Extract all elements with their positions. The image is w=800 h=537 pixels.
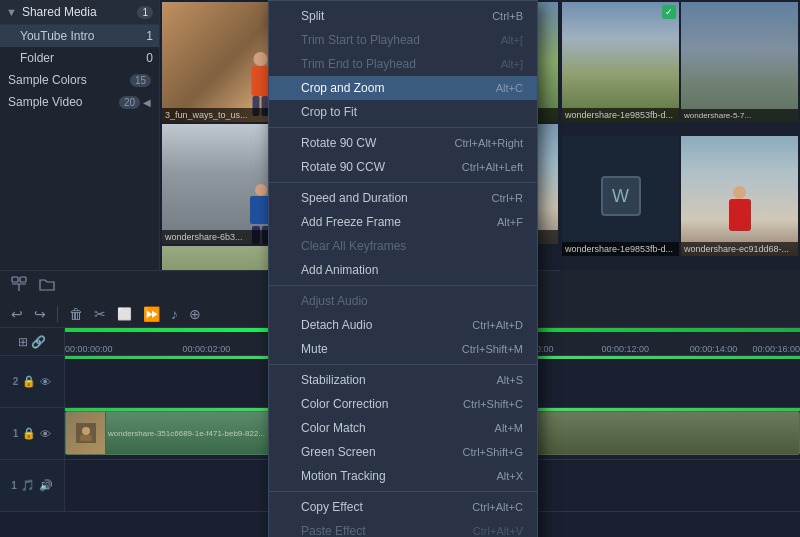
ctx-item-detach-audio[interactable]: Detach AudioCtrl+Alt+D <box>269 313 537 337</box>
track-label-2: 2 🔒 👁 <box>0 356 65 407</box>
ctx-item-label: Color Match <box>301 421 495 435</box>
ruler-time-7: 00:00:16:00 <box>752 344 800 354</box>
eye-icon-2[interactable]: 👁 <box>40 376 51 388</box>
sidebar-item-youtube-count: 1 <box>146 29 153 43</box>
ctx-item-speed-and-duration[interactable]: Speed and DurationCtrl+R <box>269 186 537 210</box>
audio-icon[interactable]: ♪ <box>168 304 181 324</box>
ctx-shortcut-10: Alt+F <box>497 216 523 228</box>
track-num-2: 2 <box>13 376 19 387</box>
right-thumb-4-label: wondershare-ec91dd68-... <box>681 242 798 256</box>
ctx-shortcut-3: Alt+C <box>496 82 523 94</box>
volume-icon[interactable]: 🔊 <box>39 479 53 492</box>
sidebar-header: ▼ Shared Media 1 <box>0 0 159 25</box>
clip-1-label: wondershare-351c6689-1e-f471-beb9-822... <box>106 427 267 440</box>
ctx-item-label: Add Animation <box>301 263 523 277</box>
eye-icon-1[interactable]: 👁 <box>40 428 51 440</box>
right-thumb-2[interactable]: wondershare-5-7... <box>681 2 798 122</box>
ctx-item-trim-end-to-playhead: Trim End to PlayheadAlt+] <box>269 52 537 76</box>
ctx-item-label: Paste Effect <box>301 524 473 537</box>
ctx-item-label: Color Correction <box>301 397 463 411</box>
ctx-item-crop-to-fit[interactable]: Crop to Fit <box>269 100 537 124</box>
svg-rect-1 <box>20 277 26 282</box>
track-num-audio: 1 <box>11 480 17 491</box>
export-icon[interactable]: ⊕ <box>186 304 204 324</box>
ruler-time-0: 00:00:00:00 <box>65 344 113 354</box>
ctx-item-green-screen[interactable]: Green ScreenCtrl+Shift+G <box>269 440 537 464</box>
ruler-time-5: 00:00:12:00 <box>602 344 650 354</box>
sidebar-item-folder[interactable]: Folder 0 <box>0 47 159 69</box>
ctx-item-paste-effect: Paste EffectCtrl+Alt+V <box>269 519 537 537</box>
thumb-check-icon: ✓ <box>662 5 676 19</box>
right-thumb-1-label: wondershare-1e9853fb-d... <box>562 108 679 122</box>
sidebar-item-video-label: Sample Video <box>8 95 83 109</box>
ctx-item-copy-effect[interactable]: Copy EffectCtrl+Alt+C <box>269 495 537 519</box>
ctx-item-adjust-audio: Adjust Audio <box>269 289 537 313</box>
add-media-icon[interactable] <box>8 274 30 297</box>
toolbar-sep-1 <box>57 306 58 322</box>
ctx-item-label: Trim End to Playhead <box>301 57 501 71</box>
link-icon[interactable]: 🔗 <box>31 335 46 349</box>
sidebar-item-colors[interactable]: Sample Colors 15 <box>0 69 159 91</box>
ctx-item-motion-tracking[interactable]: Motion TrackingAlt+X <box>269 464 537 488</box>
ctx-item-label: Crop to Fit <box>301 105 523 119</box>
ctx-shortcut-9: Ctrl+R <box>492 192 523 204</box>
ruler-time-1: 00:00:02:00 <box>183 344 231 354</box>
sidebar-item-youtube[interactable]: YouTube Intro 1 <box>0 25 159 47</box>
lock-icon-2[interactable]: 🔒 <box>22 375 36 388</box>
right-thumb-3[interactable]: W wondershare-1e9853fb-d... <box>562 136 679 256</box>
right-thumb-4[interactable]: wondershare-ec91dd68-... <box>681 136 798 256</box>
ctx-item-label: Split <box>301 9 492 23</box>
sidebar-title-count: 1 <box>137 6 153 19</box>
right-thumb-1[interactable]: ✓ wondershare-1e9853fb-d... <box>562 2 679 122</box>
ctx-shortcut-7: Ctrl+Alt+Left <box>462 161 523 173</box>
snap-icon[interactable]: ⊞ <box>18 335 28 349</box>
ctx-sep-5 <box>269 127 537 128</box>
track-num-1: 1 <box>13 428 19 439</box>
ctx-item-label: Trim Start to Playhead <box>301 33 501 47</box>
crop-icon[interactable]: ⬜ <box>114 305 135 323</box>
ctx-item-color-match[interactable]: Color MatchAlt+M <box>269 416 537 440</box>
ctx-item-trim-start-to-playhead: Trim Start to PlayheadAlt+[ <box>269 28 537 52</box>
ctx-item-clear-all-keyframes: Clear All Keyframes <box>269 234 537 258</box>
lock-icon-1[interactable]: 🔒 <box>22 427 36 440</box>
ctx-item-rotate-90-cw[interactable]: Rotate 90 CWCtrl+Alt+Right <box>269 131 537 155</box>
ctx-shortcut-20: Alt+M <box>495 422 523 434</box>
undo-icon[interactable]: ↩ <box>8 304 26 324</box>
ctx-item-color-correction[interactable]: Color CorrectionCtrl+Shift+C <box>269 392 537 416</box>
redo-icon[interactable]: ↪ <box>31 304 49 324</box>
music-icon[interactable]: 🎵 <box>21 479 35 492</box>
ctx-item-label: Speed and Duration <box>301 191 492 205</box>
ctx-shortcut-15: Ctrl+Alt+D <box>472 319 523 331</box>
ctx-item-label: Clear All Keyframes <box>301 239 523 253</box>
ctx-item-label: Green Screen <box>301 445 462 459</box>
ctx-shortcut-6: Ctrl+Alt+Right <box>455 137 523 149</box>
ctx-item-label: Mute <box>301 342 462 356</box>
ctx-item-add-animation[interactable]: Add Animation <box>269 258 537 282</box>
clip-thumb-1 <box>66 412 106 454</box>
ctx-item-add-freeze-frame[interactable]: Add Freeze FrameAlt+F <box>269 210 537 234</box>
svg-rect-4 <box>80 435 92 441</box>
ctx-sep-23 <box>269 491 537 492</box>
ctx-item-label: Motion Tracking <box>301 469 496 483</box>
ctx-item-label: Adjust Audio <box>301 294 523 308</box>
sidebar-item-youtube-label: YouTube Intro <box>20 29 95 43</box>
folder-icon[interactable] <box>36 274 58 297</box>
ctx-item-rotate-90-ccw[interactable]: Rotate 90 CCWCtrl+Alt+Left <box>269 155 537 179</box>
track-label-1: 1 🔒 👁 <box>0 408 65 459</box>
timeline-controls: ⊞ 🔗 <box>0 328 65 355</box>
ctx-item-split[interactable]: SplitCtrl+B <box>269 4 537 28</box>
ctx-item-crop-and-zoom[interactable]: Crop and ZoomAlt+C <box>269 76 537 100</box>
ctx-shortcut-19: Ctrl+Shift+C <box>463 398 523 410</box>
ctx-item-label: Crop and Zoom <box>301 81 496 95</box>
ctx-item-mute[interactable]: MuteCtrl+Shift+M <box>269 337 537 361</box>
ctx-shortcut-2: Alt+] <box>501 58 523 70</box>
ctx-shortcut-22: Alt+X <box>496 470 523 482</box>
delete-icon[interactable]: 🗑 <box>66 304 86 324</box>
right-thumb-3-label: wondershare-1e9853fb-d... <box>562 242 679 256</box>
track-label-audio: 1 🎵 🔊 <box>0 460 65 511</box>
folder-icon: ▼ <box>6 6 17 18</box>
speed-icon[interactable]: ⏩ <box>140 304 163 324</box>
ctx-item-stabilization[interactable]: StabilizationAlt+S <box>269 368 537 392</box>
cut-icon[interactable]: ✂ <box>91 304 109 324</box>
sidebar-item-video[interactable]: Sample Video 20 ◀ <box>0 91 159 113</box>
